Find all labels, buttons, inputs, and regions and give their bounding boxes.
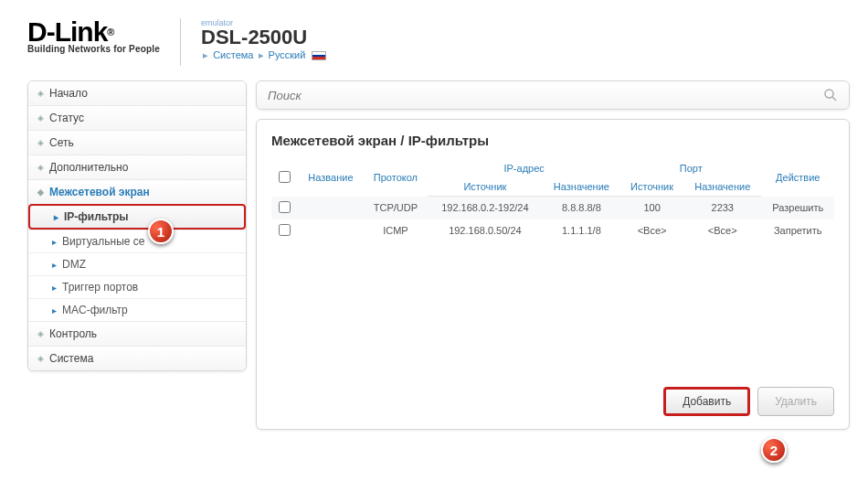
add-button[interactable]: Добавить [663,387,750,416]
sidebar-sub-label: Виртуальные се [62,235,144,248]
arrow-right-icon: ▸ [52,283,57,293]
cell-ip-src: 192.168.0.50/24 [428,219,543,242]
th-ip-group: IP-адрес [428,159,620,177]
sidebar-label: Начало [49,87,88,100]
search-bar [256,80,850,110]
cell-ip-dst: 8.8.8.8/8 [543,197,620,219]
brand-tagline: Building Networks for People [27,44,160,54]
sidebar-item-network[interactable]: ◈Сеть [28,130,246,155]
caret-icon: ◈ [37,113,44,123]
annotation-badge-2: 2 [761,437,787,463]
sidebar-sub-label: MAC-фильтр [62,304,128,316]
search-input[interactable] [268,89,823,102]
th-port-src[interactable]: Источник [620,177,683,197]
sidebar-sub-mac-filter[interactable]: ▸MAC-фильтр [28,298,246,321]
table-row[interactable]: TCP/UDP 192.168.0.2-192/24 8.8.8.8/8 100… [271,197,834,219]
th-name[interactable]: Название [298,159,363,197]
sidebar-item-advanced[interactable]: ◈Дополнительно [28,155,246,179]
sidebar-label: Дополнительно [49,161,128,174]
header-divider [180,18,181,66]
flag-ru-icon [312,51,326,60]
row-checkbox[interactable] [279,201,291,213]
sidebar-sub-ip-filters[interactable]: ▸IP-фильтры [28,204,246,230]
sidebar-item-firewall[interactable]: ◆Межсетевой экран [28,179,246,204]
sidebar-sub-label: IP-фильтры [64,210,129,223]
brand-reg: ® [107,27,113,37]
th-proto[interactable]: Протокол [364,159,428,197]
sidebar-sub-label: DMZ [62,258,86,271]
sidebar-item-control[interactable]: ◈Контроль [28,321,246,346]
sidebar-item-status[interactable]: ◈Статус [28,105,246,130]
arrow-right-icon: ▸ [52,260,57,270]
th-port-group: Порт [620,159,761,177]
cell-port-src: 100 [620,197,683,219]
th-ip-src[interactable]: Источник [428,177,543,197]
main-content: Межсетевой экран / IP-фильтры Название П… [256,80,850,430]
caret-icon: ◈ [37,89,44,98]
caret-icon: ◈ [37,329,44,338]
sidebar-sub-dmz[interactable]: ▸DMZ [28,252,246,275]
search-icon[interactable] [823,88,838,102]
sidebar: ◈Начало ◈Статус ◈Сеть ◈Дополнительно ◆Ме… [27,80,247,371]
cell-name [298,197,363,219]
page-title: Межсетевой экран / IP-фильтры [271,133,834,148]
chevron-right-icon: ▸ [259,49,264,60]
caret-icon: ◈ [37,138,44,147]
svg-point-0 [825,90,833,98]
cell-proto: ICMP [364,219,428,242]
sidebar-item-home[interactable]: ◈Начало [28,81,246,105]
crumb-system[interactable]: Система [213,49,253,60]
chevron-right-icon: ▸ [203,49,208,60]
sidebar-sub-label: Триггер портов [62,281,138,294]
cell-action: Разрешить [761,197,834,219]
sidebar-sub-port-trigger[interactable]: ▸Триггер портов [28,275,246,298]
rules-table: Название Протокол IP-адрес Порт Действие… [271,159,834,242]
arrow-right-icon: ▸ [54,212,58,222]
arrow-right-icon: ▸ [52,237,57,247]
crumb-language[interactable]: Русский [269,49,306,60]
arrow-right-icon: ▸ [52,305,57,315]
sidebar-label: Статус [49,112,84,124]
sidebar-label: Межсетевой экран [49,186,150,198]
model-block: emulator DSL-2500U ▸ Система ▸ Русский [201,18,326,61]
sidebar-label: Система [49,352,93,365]
svg-line-1 [832,97,836,101]
brand-logo: D-Link® Building Networks for People [27,18,160,54]
th-action[interactable]: Действие [761,159,834,197]
cell-ip-dst: 1.1.1.1/8 [543,219,620,242]
button-row: Добавить Удалить [271,376,834,416]
sidebar-sub-virtual-servers[interactable]: ▸Виртуальные се [28,230,246,252]
delete-button: Удалить [757,387,834,416]
breadcrumb: ▸ Система ▸ Русский [201,49,326,61]
select-all-checkbox[interactable] [279,171,291,183]
caret-icon: ◈ [37,354,44,363]
sidebar-item-system[interactable]: ◈Система [28,346,246,370]
row-checkbox[interactable] [279,224,291,236]
cell-name [298,219,363,242]
cell-port-dst: <Все> [683,219,761,242]
cell-port-dst: 2233 [683,197,761,219]
th-port-dst[interactable]: Назначение [683,177,761,197]
sidebar-label: Сеть [49,136,74,149]
cell-ip-src: 192.168.0.2-192/24 [428,197,543,219]
table-row[interactable]: ICMP 192.168.0.50/24 1.1.1.1/8 <Все> <Вс… [271,219,834,242]
annotation-badge-1: 1 [148,219,174,244]
th-ip-dst[interactable]: Назначение [543,177,620,197]
model-name: DSL-2500U [201,27,326,48]
cell-action: Запретить [761,219,834,242]
caret-icon: ◈ [37,163,44,172]
cell-proto: TCP/UDP [364,197,428,219]
content-panel: Межсетевой экран / IP-фильтры Название П… [256,119,850,430]
sidebar-label: Контроль [49,327,97,340]
header: D-Link® Building Networks for People emu… [27,18,859,71]
brand-name: D-Link [27,18,107,46]
cell-port-src: <Все> [620,219,683,242]
caret-down-icon: ◆ [37,187,44,197]
